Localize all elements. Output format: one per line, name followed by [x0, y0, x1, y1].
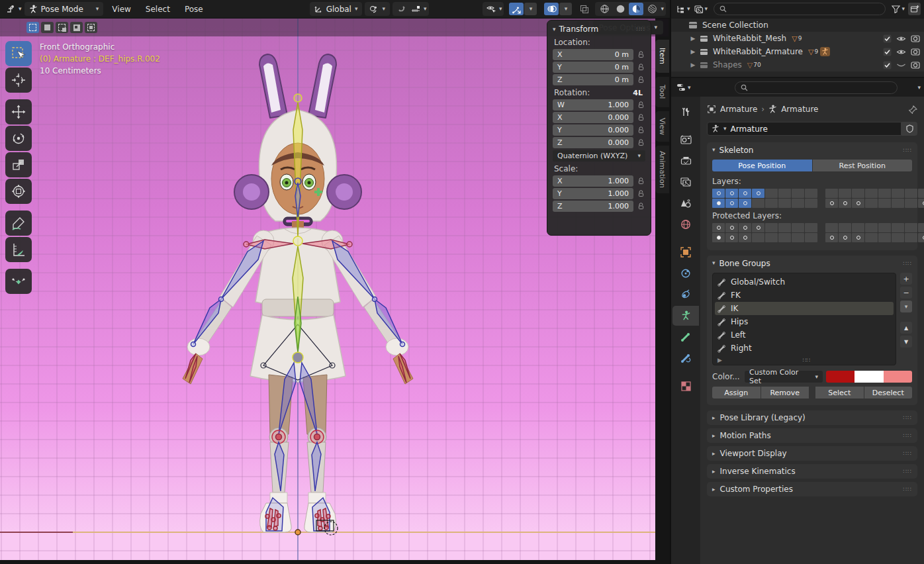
expand-caret-icon[interactable]: ▶ — [688, 48, 698, 55]
armature-layer-toggle[interactable] — [905, 233, 917, 242]
deselect-button[interactable]: Deselect — [864, 387, 913, 399]
armature-layer-toggle[interactable] — [852, 189, 864, 198]
scale-y-field[interactable]: Y1.000 — [553, 188, 633, 199]
fake-user-shield-button[interactable] — [901, 122, 917, 136]
bone-group-item[interactable]: FK — [713, 289, 896, 302]
bone-group-item[interactable]: Left — [713, 328, 896, 342]
camera-render-icon[interactable] — [911, 35, 920, 42]
rotation-z-field[interactable]: Z0.000 — [553, 137, 633, 148]
object-visibility-group[interactable]: ▾ — [483, 2, 504, 16]
armature-layer-toggle[interactable] — [918, 223, 924, 232]
outliner-row-scene-collection[interactable]: Scene Collection — [671, 19, 924, 32]
remove-bone-group-button[interactable]: − — [900, 287, 912, 299]
properties-options-chevron[interactable]: ▾ — [917, 85, 921, 91]
armature-layer-toggle[interactable] — [739, 233, 751, 242]
rotation-x-field[interactable]: X0.000 — [553, 112, 633, 123]
panel-grip-icon[interactable]: ∷∷ — [903, 147, 912, 154]
outliner-display-mode-button[interactable]: ▾ — [694, 5, 708, 14]
tool-measure[interactable] — [5, 237, 32, 262]
armature-layer-toggle[interactable] — [878, 199, 891, 208]
remove-button[interactable]: Remove — [761, 387, 809, 399]
armature-layer-toggle[interactable] — [805, 189, 817, 198]
tab-item[interactable]: Item — [655, 40, 669, 73]
expand-caret-icon[interactable]: ▶ — [688, 35, 698, 42]
pin-icon[interactable] — [909, 105, 917, 114]
scale-x-field[interactable]: X1.000 — [553, 175, 633, 187]
lock-icon[interactable] — [637, 126, 645, 134]
tab-output-icon[interactable] — [674, 151, 698, 171]
tool-annotate[interactable] — [5, 211, 32, 236]
armature-layer-toggle[interactable] — [712, 223, 725, 232]
armature-name-field[interactable]: ▾ Armature — [707, 122, 901, 136]
rotation-mode-dropdown[interactable]: Quaternion (WXYZ)▾ — [553, 150, 645, 162]
tab-render-icon[interactable] — [674, 130, 698, 150]
armature-layer-toggle[interactable] — [739, 189, 751, 198]
shading-material-icon[interactable] — [629, 3, 643, 15]
lock-icon[interactable] — [637, 177, 645, 185]
armature-layer-toggle[interactable] — [765, 233, 778, 242]
shading-wireframe-icon[interactable] — [597, 3, 612, 15]
armature-layer-toggle[interactable] — [792, 233, 804, 242]
lock-icon[interactable] — [637, 101, 645, 109]
armature-layer-toggle[interactable] — [878, 223, 891, 232]
armature-layer-toggle[interactable] — [825, 199, 838, 208]
armature-layer-toggle[interactable] — [865, 233, 878, 242]
tab-view[interactable]: View — [655, 111, 669, 142]
outliner-editor-type-button[interactable]: ▾ — [676, 5, 690, 14]
tool-scale[interactable] — [5, 152, 32, 177]
armature-layer-toggle[interactable] — [792, 199, 804, 208]
panel-grip-icon[interactable]: ∷∷ — [637, 26, 645, 32]
mode-dropdown[interactable]: Pose Mode ▾ — [24, 2, 104, 16]
list-expand-caret-icon[interactable]: ▶ — [717, 357, 722, 363]
tab-object-constraints-icon[interactable] — [674, 285, 698, 305]
pivot-point-dropdown[interactable]: ▾ — [365, 2, 390, 16]
tab-object-data-icon[interactable] — [672, 306, 699, 326]
expand-caret-icon[interactable]: ▶ — [688, 62, 698, 68]
rotation-lock-badge[interactable]: 4L — [633, 89, 643, 97]
armature-layer-toggle[interactable] — [752, 189, 764, 198]
armature-layer-toggle[interactable] — [918, 233, 924, 242]
properties-search-input[interactable] — [735, 81, 898, 94]
tool-transform[interactable] — [5, 179, 32, 204]
armature-layer-toggle[interactable] — [892, 199, 904, 208]
pose-library-panel[interactable]: ▸ Pose Library (Legacy) ∷∷ — [707, 410, 917, 425]
lock-icon[interactable] — [637, 202, 645, 211]
gizmos-dropdown[interactable]: ▾ — [524, 3, 537, 15]
move-group-up-button[interactable]: ▲ — [900, 322, 912, 334]
armature-layer-toggle[interactable] — [778, 223, 791, 232]
select-mode-difference-icon[interactable] — [70, 22, 83, 33]
eye-icon[interactable] — [896, 48, 906, 56]
bone-group-item[interactable]: Right — [713, 342, 896, 355]
tab-animation[interactable]: Animation — [655, 146, 669, 193]
gizmos-icon[interactable] — [509, 3, 524, 15]
tab-bone-constraints-icon[interactable] — [674, 348, 698, 368]
rotation-w-field[interactable]: W1.000 — [553, 99, 633, 111]
overlays-icon[interactable] — [544, 3, 559, 15]
bone-group-item[interactable]: Hips — [713, 315, 896, 328]
armature-layer-toggle[interactable] — [905, 223, 917, 232]
outliner-row-mesh[interactable]: ▶ WhiteRabbit_Mesh ▽9 — [671, 32, 924, 45]
panel-collapse-icon[interactable]: ▾ — [712, 147, 716, 153]
panel-collapse-icon[interactable]: ▾ — [553, 26, 556, 32]
color-swatch-normal[interactable] — [826, 371, 855, 383]
select-mode-extend-icon[interactable] — [41, 22, 54, 33]
armature-layer-toggle[interactable] — [892, 233, 904, 242]
armature-layer-toggle[interactable] — [725, 199, 738, 208]
armature-layer-toggle[interactable] — [918, 199, 924, 208]
snap-magnet-icon[interactable] — [394, 3, 408, 16]
armature-layer-toggle[interactable] — [752, 199, 764, 208]
select-button[interactable]: Select — [815, 387, 864, 399]
armature-layer-toggle[interactable] — [805, 233, 817, 242]
armature-layer-toggle[interactable] — [725, 223, 738, 232]
viewport-display-panel[interactable]: ▸ Viewport Display ∷∷ — [707, 446, 917, 461]
motion-paths-panel[interactable]: ▸ Motion Paths ∷∷ — [707, 428, 917, 443]
eye-closed-icon[interactable] — [896, 62, 906, 69]
eye-icon[interactable] — [896, 35, 906, 42]
camera-render-icon[interactable] — [911, 48, 920, 56]
editor-type-button[interactable]: ▾ — [4, 3, 22, 16]
outliner-filter-button[interactable]: ▾ — [892, 5, 905, 13]
breadcrumb-data[interactable]: Armature — [781, 105, 818, 114]
move-group-down-button[interactable]: ▼ — [900, 336, 912, 348]
armature-layer-toggle[interactable] — [765, 199, 778, 208]
new-collection-button[interactable] — [908, 3, 921, 15]
